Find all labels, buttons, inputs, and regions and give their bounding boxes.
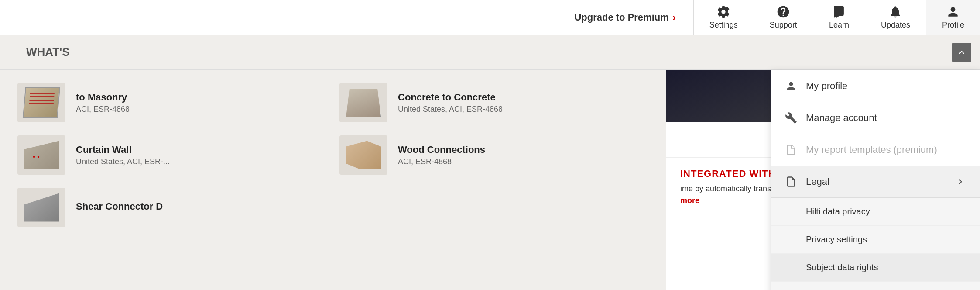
shear-shape [24, 193, 59, 222]
concrete-subtitle: United States, ACI, ESR-4868 [398, 105, 503, 114]
upgrade-button[interactable]: Upgrade to Premium › [557, 0, 693, 35]
curtain-shape [24, 141, 59, 169]
upgrade-chevron-icon: › [672, 11, 676, 24]
my-profile-menu-item[interactable]: My profile [771, 70, 980, 102]
whats-new-bar-label: WHAT'S [9, 45, 952, 59]
curtain-title: Curtain Wall [76, 144, 170, 155]
nav-icons-group: Settings Support Learn Updates [694, 0, 980, 35]
legal-menu-item[interactable]: Legal [771, 166, 980, 198]
settings-label: Settings [709, 21, 738, 30]
hilti-data-privacy-item[interactable]: Hilti data privacy [771, 198, 980, 226]
bell-icon [888, 5, 902, 19]
chevron-right-icon [955, 176, 966, 187]
my-report-templates-label: My report templates (premium) [806, 144, 937, 155]
concrete-info: Concrete to Concrete United States, ACI,… [398, 92, 503, 114]
concrete-shape [346, 89, 381, 117]
chevron-up-icon [956, 47, 967, 58]
support-label: Support [770, 21, 797, 30]
license-agreement-item[interactable]: License agreement [771, 282, 980, 290]
my-profile-label: My profile [806, 80, 847, 92]
masonry-subtitle: ACI, ESR-4868 [76, 105, 130, 114]
profile-label: Profile [942, 21, 964, 30]
book-icon [832, 5, 846, 19]
list-item[interactable]: Wood Connections ACI, ESR-4868 [339, 135, 648, 175]
svg-rect-0 [834, 6, 836, 18]
subject-data-rights-label: Subject data rights [806, 262, 878, 272]
concrete-thumb [339, 83, 387, 122]
masonry-shape [23, 87, 60, 118]
list-item[interactable]: Shear Connector D [17, 188, 326, 227]
manage-account-label: Manage account [806, 112, 877, 124]
wood-title: Wood Connections [398, 144, 485, 155]
support-nav-item[interactable]: Support [754, 0, 813, 35]
connections-panel: to Masonry ACI, ESR-4868 Concrete to Con… [0, 70, 666, 290]
file-icon [785, 144, 797, 156]
document-icon [785, 176, 797, 188]
secondary-bar: WHAT'S [0, 35, 980, 70]
list-item[interactable]: Concrete to Concrete United States, ACI,… [339, 83, 648, 122]
shear-thumb [17, 188, 65, 227]
subject-data-rights-item[interactable]: Subject data rights [771, 254, 980, 282]
my-report-templates-menu-item[interactable]: My report templates (premium) [771, 134, 980, 166]
manage-account-menu-item[interactable]: Manage account [771, 102, 980, 134]
person-icon [785, 80, 797, 92]
wood-thumb [339, 135, 387, 175]
upgrade-label: Upgrade to Premium [574, 12, 668, 23]
legal-submenu: Hilti data privacy Privacy settings Subj… [771, 198, 980, 290]
masonry-title: to Masonry [76, 92, 130, 103]
wood-info: Wood Connections ACI, ESR-4868 [398, 144, 485, 166]
legal-label: Legal [806, 176, 829, 187]
settings-nav-item[interactable]: Settings [694, 0, 754, 35]
shear-title: Shear Connector D [76, 201, 163, 212]
updates-nav-item[interactable]: Updates [865, 0, 926, 35]
profile-dropdown-menu: My profile Manage account My report temp… [771, 70, 980, 290]
whats-new-text: WHAT'S [26, 45, 70, 59]
wood-shape [346, 141, 381, 169]
hilti-data-privacy-label: Hilti data privacy [806, 207, 870, 216]
main-content: to Masonry ACI, ESR-4868 Concrete to Con… [0, 70, 980, 290]
curtain-thumb [17, 135, 65, 175]
wood-subtitle: ACI, ESR-4868 [398, 157, 485, 166]
curtain-subtitle: United States, ACI, ESR-... [76, 157, 170, 166]
curtain-info: Curtain Wall United States, ACI, ESR-... [76, 144, 170, 166]
concrete-title: Concrete to Concrete [398, 92, 503, 103]
updates-label: Updates [881, 21, 910, 30]
shear-info: Shear Connector D [76, 201, 163, 214]
question-icon [776, 5, 790, 19]
masonry-thumb [17, 83, 65, 122]
collapse-button[interactable] [952, 43, 971, 62]
learn-nav-item[interactable]: Learn [813, 0, 865, 35]
profile-nav-item[interactable]: Profile [926, 0, 980, 35]
privacy-settings-item[interactable]: Privacy settings [771, 226, 980, 254]
top-navigation: Upgrade to Premium › Settings Support Le… [0, 0, 980, 35]
gear-icon [716, 5, 730, 19]
masonry-info: to Masonry ACI, ESR-4868 [76, 92, 130, 114]
list-item[interactable]: to Masonry ACI, ESR-4868 [17, 83, 326, 122]
person-icon [946, 5, 960, 19]
wrench-icon [785, 112, 797, 124]
legal-left: Legal [785, 176, 829, 188]
learn-label: Learn [829, 21, 849, 30]
privacy-settings-label: Privacy settings [806, 235, 867, 244]
list-item[interactable]: Curtain Wall United States, ACI, ESR-... [17, 135, 326, 175]
